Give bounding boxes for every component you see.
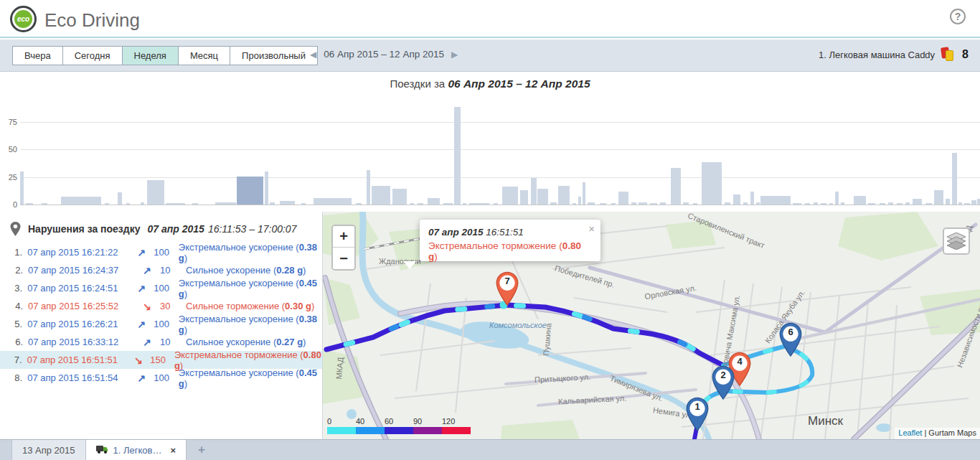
chart-bar[interactable] <box>118 192 122 205</box>
violation-row-7[interactable]: 7.07 апр 2015 16:51:51↘150Экстремальное … <box>0 351 322 369</box>
map-marker-7[interactable]: 7 <box>494 271 521 306</box>
chart-bar[interactable] <box>671 168 681 205</box>
chart-bar[interactable] <box>192 203 198 205</box>
chart-bar[interactable] <box>750 192 754 205</box>
period-button-неделя[interactable]: Неделя <box>122 46 179 65</box>
chart-bar[interactable] <box>934 190 943 205</box>
chart-bar[interactable] <box>925 203 932 205</box>
chart-bar[interactable] <box>578 197 581 205</box>
chart-bar[interactable] <box>42 203 47 205</box>
chart-bar[interactable] <box>683 202 689 205</box>
chart-bar[interactable] <box>301 203 306 205</box>
popup-close-icon[interactable]: × <box>588 222 595 235</box>
tab-2[interactable]: 1. Легков…× <box>86 440 187 460</box>
help-icon[interactable]: ? <box>950 9 966 24</box>
chart-bar[interactable] <box>26 203 33 205</box>
chart-bar[interactable] <box>215 202 236 205</box>
chart-bar[interactable] <box>952 153 957 205</box>
map[interactable]: ЖдановичиСтаровиленский трактКомсомольск… <box>323 212 980 439</box>
chart-bar[interactable] <box>418 203 423 205</box>
violation-row-3[interactable]: 3.07 апр 2015 16:24:51↗100Экстремальное … <box>0 279 322 297</box>
chart-bar[interactable] <box>20 172 24 205</box>
chart-bar-selected-trip[interactable] <box>237 177 263 205</box>
period-button-произвольный[interactable]: Произвольный <box>230 46 318 65</box>
period-button-сегодня[interactable]: Сегодня <box>62 46 123 65</box>
chart-bar[interactable] <box>829 203 833 205</box>
chart-bar[interactable] <box>743 202 748 205</box>
chart-bar[interactable] <box>550 202 557 205</box>
chart-bar[interactable] <box>733 194 740 205</box>
period-button-вчера[interactable]: Вчера <box>12 46 63 65</box>
chart-bar[interactable] <box>583 182 585 205</box>
chart-bar[interactable] <box>367 170 370 205</box>
chart-bar[interactable] <box>270 202 275 205</box>
chart-bar[interactable] <box>454 107 461 205</box>
chart-bar[interactable] <box>977 199 980 205</box>
chart-bar[interactable] <box>147 180 164 205</box>
chart-bar[interactable] <box>520 190 528 205</box>
chart-bar[interactable] <box>821 203 826 205</box>
chart-bar[interactable] <box>600 203 606 205</box>
chart-bar[interactable] <box>537 189 548 205</box>
chart-bar[interactable] <box>835 192 839 205</box>
chart-bar[interactable] <box>841 202 844 205</box>
tab-close-icon[interactable]: × <box>170 445 176 456</box>
chart-bar[interactable] <box>693 203 697 205</box>
chart-bar[interactable] <box>463 203 466 205</box>
unit-selector[interactable]: 1. Легковая машина Caddy 8 <box>819 47 969 62</box>
violation-row-8[interactable]: 8.07 апр 2015 16:51:54↗100Экстремальное … <box>0 369 322 387</box>
chart-bar[interactable] <box>588 202 595 205</box>
chart-bar[interactable] <box>660 202 666 205</box>
chart-bar[interactable] <box>410 203 414 205</box>
chart-bar[interactable] <box>372 186 390 205</box>
chart-bar[interactable] <box>126 203 130 205</box>
chart-bar[interactable] <box>502 187 518 205</box>
chart-bar[interactable] <box>905 202 910 205</box>
chart-bar[interactable] <box>314 198 352 205</box>
chart-bar[interactable] <box>558 186 570 205</box>
add-tab-button[interactable]: + <box>187 440 217 460</box>
chart-bar[interactable] <box>573 203 576 205</box>
chart-bar[interactable] <box>650 203 657 205</box>
chart-bar[interactable] <box>469 203 489 205</box>
chart-bar[interactable] <box>888 202 893 205</box>
chart-bar[interactable] <box>141 202 144 205</box>
chart-bar[interactable] <box>356 203 362 205</box>
chart-bar[interactable] <box>868 203 875 205</box>
chart-bar[interactable] <box>946 199 950 205</box>
chart-bar[interactable] <box>618 192 628 205</box>
chart-bar[interactable] <box>265 172 268 205</box>
leaflet-link[interactable]: Leaflet <box>898 428 922 437</box>
chart-bar[interactable] <box>280 201 295 205</box>
chart-bar[interactable] <box>880 203 885 205</box>
violation-row-1[interactable]: 1.07 апр 2015 16:21:22↗100Экстремальное … <box>0 243 322 261</box>
chart-bar[interactable] <box>805 203 810 205</box>
prev-period-arrow[interactable]: ◀ <box>310 50 316 60</box>
chart-bar[interactable] <box>166 203 185 205</box>
chart-bar[interactable] <box>814 202 818 205</box>
map-marker-2[interactable]: 2 <box>710 365 737 400</box>
map-marker-6[interactable]: 6 <box>777 322 804 357</box>
chart-bar[interactable] <box>428 198 440 205</box>
chart-bar[interactable] <box>964 203 970 205</box>
chart-bar[interactable] <box>958 202 962 205</box>
chart-bar[interactable] <box>611 203 616 205</box>
violation-row-6[interactable]: 6.07 апр 2015 16:33:12↗10Сильное ускорен… <box>0 333 322 351</box>
chart-bar[interactable] <box>854 196 866 205</box>
chart-bar[interactable] <box>443 203 453 205</box>
chart-bar[interactable] <box>897 203 903 205</box>
violation-row-5[interactable]: 5.07 апр 2015 16:26:21↗100Экстремальное … <box>0 315 322 333</box>
chart-bar[interactable] <box>531 178 537 205</box>
period-button-месяц[interactable]: Месяц <box>178 46 230 65</box>
chart-bar[interactable] <box>639 202 647 205</box>
chart-bar[interactable] <box>760 196 791 205</box>
chart-bar[interactable] <box>725 202 730 205</box>
chart-bar[interactable] <box>971 200 976 205</box>
chart-bar[interactable] <box>756 202 760 205</box>
chart-bar[interactable] <box>494 203 498 205</box>
violation-row-4[interactable]: 4.07 апр 2015 16:25:52↘30Сильное торможе… <box>0 297 322 315</box>
chart-bar[interactable] <box>61 197 101 205</box>
chart-bar[interactable] <box>631 202 636 205</box>
chart-bar[interactable] <box>793 203 801 205</box>
map-marker-1[interactable]: 1 <box>684 397 711 431</box>
